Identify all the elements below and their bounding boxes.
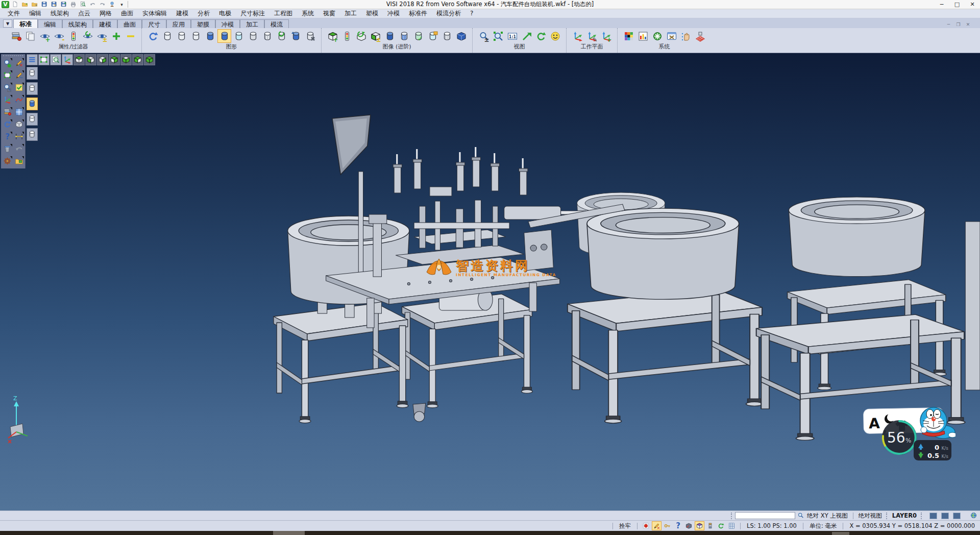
display-wireframe-icon[interactable] <box>27 128 38 141</box>
layer-swatch-2-icon[interactable] <box>941 512 949 520</box>
print-preview-icon[interactable] <box>79 1 87 9</box>
os-taskbar[interactable] <box>0 531 980 535</box>
menu-item-视窗[interactable]: 视窗 <box>318 9 340 18</box>
cylinder-section-icon[interactable] <box>426 29 439 43</box>
image-plusminus-icon[interactable]: ± <box>369 29 382 43</box>
layer-attributes-icon[interactable] <box>2 107 13 117</box>
view-plane-icon[interactable] <box>38 54 50 65</box>
view-axes-icon[interactable] <box>62 54 73 65</box>
menu-item-实体编辑[interactable]: 实体编辑 <box>138 9 172 18</box>
window-manager-icon[interactable] <box>14 107 24 117</box>
snap-intersection-icon[interactable] <box>684 521 694 530</box>
units-label[interactable]: 单位: 毫米 <box>806 522 840 530</box>
show-add-icon[interactable]: + <box>38 29 52 43</box>
tab-编辑[interactable]: 编辑 <box>38 19 62 28</box>
cylinder-regen-icon[interactable] <box>275 29 288 43</box>
image-refresh-icon[interactable] <box>354 29 368 43</box>
view-cube-back-icon[interactable] <box>109 54 120 65</box>
show-plusminus-icon[interactable]: ± <box>95 29 109 43</box>
snap-key-icon[interactable] <box>663 521 672 530</box>
open-file-icon[interactable] <box>20 1 29 9</box>
cylinder-wireframe-icon[interactable] <box>260 29 274 43</box>
image-filter-icon[interactable] <box>340 29 354 43</box>
save-icon[interactable] <box>40 1 48 9</box>
show-remove-icon[interactable]: - <box>52 29 66 43</box>
visibility-refresh-icon[interactable] <box>81 29 94 43</box>
menu-item-曲面[interactable]: 曲面 <box>116 9 138 18</box>
tab-尺寸[interactable]: 尺寸 <box>142 19 166 28</box>
view-cube-iso-icon[interactable] <box>144 54 155 65</box>
display-shaded-icon[interactable] <box>27 98 38 110</box>
cylinder-transparent-icon[interactable] <box>232 29 246 43</box>
curve-edit-icon[interactable] <box>14 94 24 105</box>
maximize-button[interactable]: □ <box>949 0 965 9</box>
navigation-helm-icon[interactable] <box>2 156 13 166</box>
workplane-set-icon[interactable] <box>571 29 584 43</box>
save-as-icon[interactable] <box>50 1 58 9</box>
attributes-copy-icon[interactable] <box>23 29 37 43</box>
redraw-icon[interactable] <box>146 29 160 43</box>
measure-distance-icon[interactable] <box>14 131 24 142</box>
view-menu-icon[interactable] <box>27 54 38 65</box>
menu-item-?[interactable]: ? <box>465 9 478 18</box>
active-layer-label[interactable]: LAYER0 <box>890 512 919 519</box>
view-zoom-icon[interactable] <box>50 54 61 65</box>
tab-overflow-button[interactable]: ▼ <box>3 19 12 28</box>
display-wire-1-icon[interactable] <box>27 67 38 80</box>
zoom-extents-icon[interactable] <box>520 29 533 43</box>
system-window-options-icon[interactable] <box>665 29 678 43</box>
system-settings-icon[interactable] <box>650 29 664 43</box>
tab-模流[interactable]: 模流 <box>264 19 289 28</box>
snap-record-icon[interactable] <box>641 521 651 530</box>
undo-icon[interactable] <box>88 1 97 9</box>
snap-help-icon[interactable]: ? <box>673 521 683 530</box>
menu-item-电极[interactable]: 电极 <box>214 9 236 18</box>
tab-加工[interactable]: 加工 <box>240 19 264 28</box>
cube-shaded-blue-icon[interactable] <box>454 29 468 43</box>
menu-item-分析[interactable]: 分析 <box>193 9 214 18</box>
view-mode-label[interactable]: 绝对 XY 上视图 <box>805 512 850 520</box>
tab-塑膜[interactable]: 塑膜 <box>191 19 215 28</box>
selection-search-icon[interactable]: ● <box>2 58 13 68</box>
snap-rotate-icon[interactable] <box>716 521 726 530</box>
display-flat-icon[interactable] <box>27 113 38 126</box>
absolute-view-label[interactable]: 绝对视图 <box>856 512 884 520</box>
layer-swatch-1-icon[interactable] <box>929 512 938 520</box>
new-file-icon[interactable] <box>11 1 19 9</box>
zoom-one-to-one-icon[interactable]: 1:1 <box>505 29 519 43</box>
mdi-close-button[interactable]: ✕ <box>963 20 973 28</box>
menu-item-文件[interactable]: 文件 <box>3 9 24 18</box>
cylinder-copy-icon[interactable] <box>289 29 303 43</box>
menu-item-建模[interactable]: 建模 <box>172 9 193 18</box>
view-cube-right-icon[interactable] <box>97 54 108 65</box>
snap-grid-icon[interactable] <box>727 521 737 530</box>
show-minus-icon[interactable] <box>124 29 137 43</box>
view-refresh-icon[interactable] <box>534 29 548 43</box>
move-axes-icon[interactable] <box>2 94 13 105</box>
menu-item-冲模[interactable]: 冲模 <box>383 9 404 18</box>
menu-item-加工[interactable]: 加工 <box>340 9 361 18</box>
workplane-new-icon[interactable]: + <box>599 29 613 43</box>
undo-operation-icon[interactable] <box>14 143 24 154</box>
toolbar-options-icon[interactable]: ▾ <box>117 1 126 9</box>
snap-layers-icon[interactable] <box>705 521 715 530</box>
tab-标准[interactable]: 标准 <box>13 19 38 28</box>
snap-pen-icon[interactable]: ✕ <box>652 521 662 530</box>
menu-item-线架构[interactable]: 线架构 <box>46 9 74 18</box>
system-snap-icon[interactable] <box>679 29 693 43</box>
taskbar-app[interactable] <box>273 531 305 535</box>
net-speed-widget[interactable]: A , <box>862 406 955 461</box>
view-cube-front-icon[interactable] <box>132 54 143 65</box>
redo-icon[interactable] <box>98 1 107 9</box>
workplane-edit-icon[interactable]: ✎ <box>585 29 599 43</box>
view-cube-bottom-icon[interactable] <box>85 54 96 65</box>
cylinder-shaded-icon[interactable] <box>203 29 217 43</box>
menu-item-系统[interactable]: 系统 <box>297 9 318 18</box>
menu-item-网格[interactable]: 网格 <box>95 9 116 18</box>
cylinder-solid-blue-icon[interactable] <box>383 29 397 43</box>
zoom-solid-icon[interactable]: □ <box>2 82 13 93</box>
cylinder-shaded-edges-icon[interactable] <box>217 29 231 43</box>
cylinder-verified-icon[interactable]: ✓ <box>411 29 425 43</box>
viewport[interactable]: ●✕~□? 智造资料网 INTELLIGENT MANUFACTURING DA… <box>0 53 980 510</box>
menu-item-工程图[interactable]: 工程图 <box>270 9 297 18</box>
